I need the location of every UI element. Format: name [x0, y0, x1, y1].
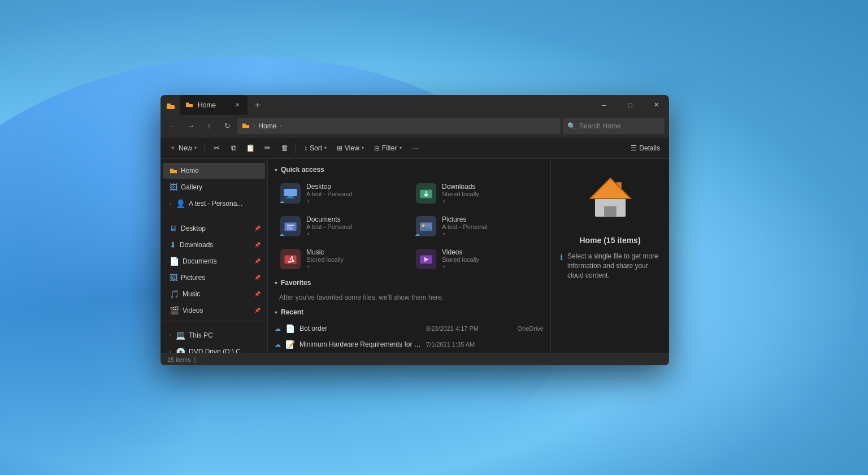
desktop-folder-status: A test - Personal — [306, 191, 402, 197]
recent-item-bot-order[interactable]: ☁ 📄 Bot order 8/23/2021 4:17 PM OneDrive — [268, 321, 550, 336]
recent-item-min-hw[interactable]: ☁ 📝 Minimum Hardware Requirements for Wi… — [268, 336, 550, 352]
downloads-sidebar-icon: ⬇ — [170, 240, 176, 249]
info-icon: ℹ — [560, 252, 563, 264]
details-description: ℹ Select a single file to get more infor… — [560, 252, 660, 280]
close-button[interactable]: ✕ — [643, 95, 669, 115]
address-bar[interactable]: › Home › — [237, 118, 561, 134]
folder-card-documents[interactable]: ☁ Documents A test - Personal ✦ — [275, 211, 408, 241]
bot-order-name: Bot order — [300, 325, 422, 332]
filter-caret: ▾ — [400, 145, 402, 150]
music-folder-name: Music — [306, 248, 402, 256]
sidebar: Home 🖼 Gallery › 👤 A test - Persona... 🖥… — [160, 159, 268, 353]
quick-access-header[interactable]: ▾ Quick access — [268, 163, 550, 176]
up-button[interactable]: ↑ — [201, 118, 217, 134]
view-button[interactable]: ⊞ View ▾ — [332, 140, 368, 156]
search-box[interactable]: 🔍 Search Home — [563, 118, 665, 134]
folder-card-desktop[interactable]: ☁ Desktop A test - Personal ✦ — [275, 178, 408, 209]
view-icon: ⊞ — [337, 144, 342, 152]
view-caret: ▾ — [362, 145, 364, 150]
svg-rect-5 — [242, 123, 246, 126]
svg-marker-26 — [590, 178, 631, 198]
sidebar-item-this-pc[interactable]: › 💻 This PC — [163, 327, 265, 343]
sort-label: Sort — [310, 144, 322, 152]
active-tab[interactable]: Home ✕ — [180, 95, 248, 115]
min-hw-cloud-icon: ☁ — [275, 341, 281, 348]
sidebar-item-videos[interactable]: 🎬 Videos 📌 — [163, 303, 265, 318]
sidebar-downloads-label: Downloads — [180, 241, 213, 249]
sidebar-item-music[interactable]: 🎵 Music 📌 — [163, 286, 265, 302]
sidebar-this-pc-label: This PC — [189, 331, 213, 339]
pictures-folder-pin: ✦ — [442, 231, 538, 237]
sidebar-item-desktop[interactable]: 🖥 Desktop 📌 — [163, 221, 265, 236]
sidebar-item-home[interactable]: Home — [163, 163, 265, 179]
content-area: Home 🖼 Gallery › 👤 A test - Persona... 🖥… — [160, 159, 669, 353]
documents-pin-icon: 📌 — [254, 258, 261, 264]
desktop-folder-icon: ☁ — [280, 183, 301, 204]
address-bar-row: ← → ↑ ↻ › Home › 🔍 Search Home — [160, 115, 669, 137]
status-text: 15 items — [167, 356, 191, 363]
details-home-icon — [582, 170, 639, 227]
delete-button[interactable]: 🗑 — [276, 140, 292, 156]
copy-button[interactable]: ⧉ — [225, 140, 241, 156]
desktop-folder-info: Desktop A test - Personal ✦ — [306, 183, 402, 204]
sidebar-item-atest[interactable]: › 👤 A test - Persona... — [163, 196, 265, 211]
recent-header[interactable]: ▾ Recent — [268, 306, 550, 318]
this-pc-chevron-icon: › — [170, 332, 171, 338]
sidebar-home-label: Home — [181, 167, 199, 175]
downloads-folder-icon — [416, 183, 436, 204]
sidebar-videos-label: Videos — [183, 306, 203, 314]
documents-folder-pin: ✦ — [306, 231, 402, 237]
cut-button[interactable]: ✂ — [209, 140, 224, 156]
svg-rect-10 — [288, 196, 293, 197]
quick-access-chevron-icon: ▾ — [275, 167, 277, 173]
videos-folder-name: Videos — [442, 248, 538, 256]
videos-folder-pin: ✦ — [442, 264, 538, 270]
svg-rect-3 — [186, 102, 189, 105]
status-separator: | — [194, 356, 196, 363]
sidebar-item-dvd-drive[interactable]: › 💿 DVD Drive (D:) C — [163, 344, 265, 353]
bot-order-location: OneDrive — [504, 325, 544, 332]
folder-card-music[interactable]: Music Stored locally ✦ — [275, 244, 408, 274]
sidebar-item-gallery[interactable]: 🖼 Gallery — [163, 179, 265, 195]
folder-card-downloads[interactable]: Downloads Stored locally ✦ — [410, 178, 544, 209]
folder-card-pictures[interactable]: ☁ Pictures A test - Personal ✦ — [410, 211, 544, 241]
details-label: Details — [639, 144, 660, 152]
favorites-header[interactable]: ▾ Favorites — [268, 277, 550, 289]
refresh-button[interactable]: ↻ — [219, 118, 235, 134]
details-title: Home (15 items) — [579, 236, 640, 245]
folder-card-videos[interactable]: Videos Stored locally ✦ — [410, 244, 544, 274]
new-button[interactable]: ＋ New ▾ — [165, 140, 201, 156]
details-panel: Home (15 items) ℹ Select a single file t… — [550, 159, 669, 353]
back-button[interactable]: ← — [165, 118, 181, 134]
rename-button[interactable]: ✏ — [259, 140, 275, 156]
videos-folder-info: Videos Stored locally ✦ — [442, 248, 538, 270]
svg-rect-9 — [284, 189, 297, 196]
music-folder-info: Music Stored locally ✦ — [306, 248, 402, 270]
pictures-folder-info: Pictures A test - Personal ✦ — [442, 215, 538, 237]
sidebar-item-pictures[interactable]: 🖼 Pictures 📌 — [163, 270, 265, 286]
gallery-icon: 🖼 — [170, 183, 177, 192]
paste-button[interactable]: 📋 — [242, 140, 258, 156]
minimize-button[interactable]: ─ — [591, 95, 617, 115]
videos-pin-icon: 📌 — [254, 308, 261, 313]
downloads-pin-icon: 📌 — [254, 242, 261, 248]
maximize-button[interactable]: □ — [617, 95, 643, 115]
filter-button[interactable]: ⊟ Filter ▾ — [370, 140, 406, 156]
search-icon: 🔍 — [567, 122, 576, 130]
forward-button[interactable]: → — [183, 118, 199, 134]
new-icon: ＋ — [170, 143, 176, 153]
new-label: New — [179, 144, 192, 152]
sort-button[interactable]: ↕ Sort ▾ — [300, 140, 331, 156]
sidebar-item-documents[interactable]: 📄 Documents 📌 — [163, 253, 265, 269]
sidebar-item-downloads[interactable]: ⬇ Downloads 📌 — [163, 237, 265, 253]
details-button[interactable]: ☰ Details — [626, 140, 665, 156]
new-tab-button[interactable]: + — [250, 97, 266, 113]
favorites-chevron-icon: ▾ — [275, 280, 277, 286]
videos-folder-icon — [416, 249, 436, 269]
more-button[interactable]: ··· — [407, 140, 423, 156]
documents-folder-info: Documents A test - Personal ✦ — [306, 215, 402, 237]
pictures-sidebar-icon: 🖼 — [170, 273, 177, 282]
tab-close-button[interactable]: ✕ — [233, 101, 242, 110]
sidebar-music-label: Music — [183, 290, 200, 298]
toolbar: ＋ New ▾ ✂ ⧉ 📋 ✏ 🗑 ↕ Sort ▾ ⊞ View ▾ ⊟ Fi… — [160, 137, 669, 159]
